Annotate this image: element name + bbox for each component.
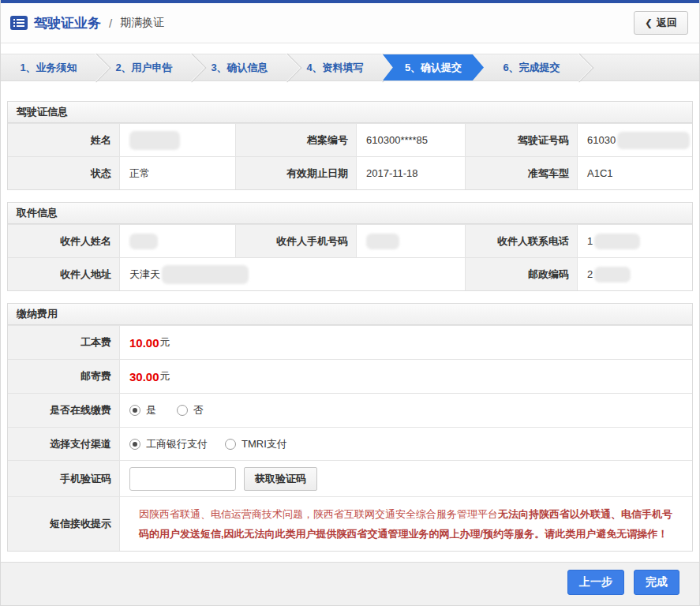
radio-group-online-pay: 是 否 [129,403,204,417]
step-nav: 1、业务须知 2、用户申告 3、确认信息 4、资料填写 5、确认提交 6、完成提… [1,54,699,81]
page: 驾驶证业务 / 期满换证 ❮ 返回 1、业务须知 2、用户申告 3、确认信息 4… [0,0,700,606]
sms-notice-normal: 因陕西省联通、电信运营商技术问题，陕西省互联网交通安全综合服务管理平台 [139,508,498,520]
field-value-recipient-name [120,225,236,257]
field-label: 准驾车型 [466,157,578,189]
back-button-label: 返回 [657,16,677,30]
step-label: 3、确认信息 [211,61,268,75]
field-value-text: 61030 [587,134,616,146]
field-label: 档案编号 [236,124,357,156]
field-label: 选择支付渠道 [8,428,120,460]
radio-button-yes[interactable] [129,405,140,416]
table-row-pay-channel: 选择支付渠道 工商银行支付 TMRI支付 [8,427,692,460]
field-value-text: 2 [587,268,593,280]
table-row-work-fee: 工本费 10.00 元 [8,325,692,359]
radio-option-online-pay-no[interactable]: 否 [177,403,204,417]
field-value-recipient-address: 天津天 [120,258,466,290]
breadcrumb-separator: / [109,17,112,30]
page-header: 驾驶证业务 / 期满换证 ❮ 返回 [1,3,699,43]
fee-amount: 30.00 [129,370,159,383]
radio-option-tmri-pay[interactable]: TMRI支付 [225,437,287,451]
field-value-mail-fee: 30.00 元 [120,360,692,393]
section-title: 取件信息 [8,203,692,224]
sms-code-input[interactable] [129,467,236,491]
document-list-icon [10,16,28,30]
step-label: 2、用户申告 [115,61,172,75]
redacted-value [129,131,180,150]
step-6-complete-submit[interactable]: 6、完成提交 [484,54,579,80]
radio-button-icbc[interactable] [129,439,140,450]
field-label: 状态 [8,157,120,189]
footer-action-bar: 上一步 完成 [1,562,699,605]
step-label: 4、资料填写 [306,61,363,75]
field-label: 邮寄费 [8,360,120,393]
table-row-online-pay: 是否在线缴费 是 否 [8,393,692,427]
field-value-expiry: 2017-11-18 [357,157,466,189]
field-value-vehicle-class: A1C1 [578,157,692,189]
section-title: 缴纳费用 [8,304,692,325]
field-label: 手机验证码 [8,461,120,496]
table-row: 收件人地址 天津天 邮政编码 2 [8,257,692,290]
fee-unit: 元 [160,369,170,383]
section-pickup-info: 取件信息 收件人姓名 收件人手机号码 收件人联系电话 1 收件人地址 天津天 邮… [7,202,693,291]
radio-label: 否 [193,403,204,417]
section-payment-fees: 缴纳费用 工本费 10.00 元 邮寄费 30.00 元 是否在线缴费 [7,303,693,552]
field-label: 短信接收提示 [8,497,120,551]
step-5-confirm-submit[interactable]: 5、确认提交 [383,54,484,80]
section-title: 驾驶证信息 [8,102,692,123]
page-subtitle: 期满换证 [120,16,164,30]
radio-option-icbc-pay[interactable]: 工商银行支付 [129,437,208,451]
redacted-value [617,132,690,149]
step-label: 6、完成提交 [503,61,560,75]
radio-label: TMRI支付 [241,437,287,451]
field-label: 工本费 [8,326,120,359]
field-value-recipient-phone: 1 [578,225,692,257]
field-value-recipient-mobile [357,225,466,257]
field-label: 有效期止日期 [236,157,357,189]
table-row: 状态 正常 有效期止日期 2017-11-18 准驾车型 A1C1 [8,156,692,189]
field-label: 邮政编码 [466,258,578,290]
field-label: 收件人地址 [8,258,120,290]
table-row-mail-fee: 邮寄费 30.00 元 [8,359,692,393]
radio-option-online-pay-yes[interactable]: 是 [129,403,156,417]
field-label: 收件人手机号码 [236,225,357,257]
radio-button-no[interactable] [177,405,188,416]
field-value-name [120,124,236,156]
step-nav-filler [579,54,699,80]
field-value-status: 正常 [120,157,236,189]
field-value-sms-notice: 因陕西省联通、电信运营商技术问题，陕西省互联网交通安全综合服务管理平台无法向持陕… [120,497,692,551]
field-value-online-pay: 是 否 [120,394,692,427]
fee-amount: 10.00 [129,336,159,350]
field-value-text: 天津天 [129,267,160,282]
field-value-license-no: 61030 [578,124,692,156]
field-value-text: 1 [587,235,593,247]
field-value-sms-code: 获取验证码 [120,461,692,496]
radio-group-pay-channel: 工商银行支付 TMRI支付 [129,437,287,451]
table-row-sms-code: 手机验证码 获取验证码 [8,460,692,496]
redacted-value [594,234,640,249]
sms-notice-text: 因陕西省联通、电信运营商技术问题，陕西省互联网交通安全综合服务管理平台无法向持陕… [129,497,692,551]
field-value-file-no: 610300****85 [357,124,466,156]
main-content: 驾驶证信息 姓名 档案编号 610300****85 驾驶证号码 61030 状… [1,81,699,552]
redacted-value [594,267,631,282]
redacted-value [129,234,158,249]
field-label: 收件人姓名 [8,225,120,257]
table-row-sms-notice: 短信接收提示 因陕西省联通、电信运营商技术问题，陕西省互联网交通安全综合服务管理… [8,496,692,551]
redacted-value [366,234,399,249]
field-label: 驾驶证号码 [466,124,578,156]
step-1-business-notice[interactable]: 1、业务须知 [1,54,96,80]
radio-label: 是 [146,403,156,417]
redacted-value [162,265,249,284]
step-label: 5、确认提交 [405,61,462,75]
radio-label: 工商银行支付 [146,437,208,451]
radio-button-tmri[interactable] [225,439,236,450]
field-label: 是否在线缴费 [8,394,120,427]
step-label: 1、业务须知 [20,61,77,75]
back-button[interactable]: ❮ 返回 [634,11,688,35]
field-value-pay-channel: 工商银行支付 TMRI支付 [120,428,692,460]
fee-unit: 元 [160,335,170,350]
finish-button[interactable]: 完成 [634,570,679,595]
chevron-left-icon: ❮ [645,17,653,28]
previous-step-button[interactable]: 上一步 [567,570,624,595]
field-value-postal-code: 2 [578,258,692,290]
get-sms-code-button[interactable]: 获取验证码 [244,467,317,491]
